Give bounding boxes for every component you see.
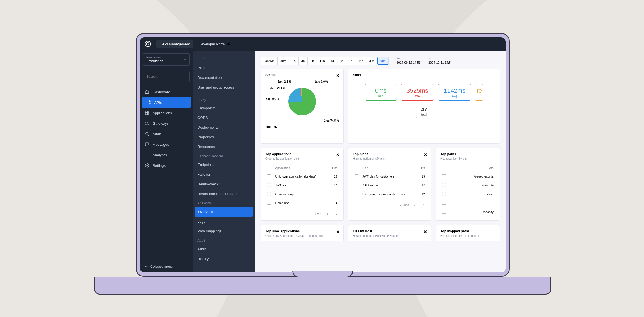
search-box[interactable] [143,71,190,82]
cell: Plan using external auth provider [361,190,417,198]
search-input[interactable] [146,75,179,79]
time-range-3d[interactable]: 3d [337,57,346,65]
checkbox[interactable] [267,183,271,187]
sidebar-item-applications[interactable]: Applications [140,108,193,118]
collapse-menu-button[interactable]: ⇤ Collapse menu [140,261,193,272]
top-plans-card: Top plans Hits repartition by API plan ✕… [348,148,431,221]
close-icon[interactable]: ✕ [424,229,427,235]
nav2-path-mappings[interactable]: Path mappings [193,226,255,236]
checkbox[interactable] [355,174,358,178]
time-range-30d[interactable]: 30d [366,57,377,65]
stat-avg: 1142msavg [438,84,471,101]
sidebar-item-dashboard[interactable]: Dashboard [140,87,193,97]
nav2-documentation[interactable]: Documentation [193,73,255,82]
nav2-cors[interactable]: CORS [193,113,255,123]
checkbox[interactable] [442,183,446,187]
nav2-resources[interactable]: Resources [193,142,255,152]
stat-total-label: total [420,113,428,116]
close-icon[interactable]: ✕ [336,152,340,157]
table-row[interactable]: /pagedrecords [441,172,495,181]
topbar: API Management Developer Portal [140,37,506,51]
nav2-audit[interactable]: Audit [193,244,255,254]
checkbox[interactable] [355,192,358,196]
table-row[interactable]: JWT plan for customers13 [353,172,426,181]
table-row[interactable]: Demo app4 [266,199,338,207]
time-range-Last 5m[interactable]: Last 5m [261,57,278,65]
pager-prev-icon[interactable]: ‹ [325,211,330,217]
card-title: Top plans [353,152,427,156]
date-to[interactable]: to 2024-12-11 14:5 [428,57,451,64]
time-range-1h[interactable]: 1h [289,57,299,65]
table-row[interactable]: /time [441,190,495,198]
table-row[interactable]: Unknown application (keyless)22 [266,172,338,181]
cell: /pagedrecords [453,172,495,181]
checkbox[interactable] [442,174,446,178]
checkbox[interactable] [267,174,271,178]
cell: 8 [329,190,338,198]
nav2-failover[interactable]: Failover [193,170,255,179]
environment-selector[interactable]: Environment Production [143,53,190,66]
sidebar-item-gateways[interactable]: Gateways [140,118,193,129]
close-icon[interactable]: ✕ [336,73,340,78]
card-subtitle: Hits repartition by Host HTTP Header [353,234,427,237]
checkbox[interactable] [442,210,446,214]
nav2-plans[interactable]: Plans [193,63,255,73]
table-row[interactable]: Plan using external auth provider12 [353,190,426,198]
card-title: Top slow applications [265,229,339,233]
card-subtitle: Ordered by Application's average respons… [265,234,339,237]
sidebar-item-audit[interactable]: Audit [140,129,193,139]
nav-label: APIs [154,100,162,105]
table-row[interactable] [441,199,495,207]
top-slow-card: Top slow applications Ordered by Applica… [261,225,344,241]
sidebar-item-analytics[interactable]: Analytics [140,150,193,160]
collapse-icon: ⇤ [145,265,148,269]
checkbox[interactable] [267,192,271,196]
nav2-endpoints[interactable]: Endpoints [193,160,255,170]
card-subtitle: Hits repartition by API plan [353,157,427,160]
sidebar-item-settings[interactable]: Settings [140,160,193,171]
nav2-overview[interactable]: Overview [195,207,253,217]
card-title: Hits by Host [353,229,427,233]
checkbox[interactable] [442,192,446,196]
nav2-health-dash[interactable]: Health-check dashboard [193,189,255,199]
nav2-entrypoints[interactable]: Entrypoints [193,103,255,113]
sidebar-item-messages[interactable]: Messages [140,139,193,150]
pager-next-icon[interactable]: › [333,211,339,217]
pager-next-icon[interactable]: › [421,202,427,208]
time-range-12h[interactable]: 12h [317,57,328,65]
sidebar-item-apis[interactable]: APIs [142,97,191,108]
table-row[interactable]: JWT app13 [266,181,338,189]
nav2-health-check[interactable]: Health-check [193,179,255,189]
time-range-6h[interactable]: 6h [308,57,317,65]
nav2-info[interactable]: Info [193,53,255,63]
checkbox[interactable] [355,183,358,187]
close-icon[interactable]: ✕ [424,152,427,157]
table-row[interactable]: Consumer app8 [266,190,338,198]
nav2-properties[interactable]: Properties [193,132,255,142]
table-row[interactable]: /netsuite [441,181,495,189]
table-row[interactable]: API key plan12 [353,181,426,189]
nav2-history[interactable]: History [193,254,255,264]
app-label[interactable]: API Management [156,40,193,48]
time-range-7d[interactable]: 7d [346,57,355,65]
svg-rect-6 [147,111,149,113]
nav2-logs[interactable]: Logs [193,217,255,226]
nav2-header-analytics: Analytics [193,199,255,207]
time-range-90d[interactable]: 90d [377,57,388,65]
date-from[interactable]: from 2024-09-12 14:56 [396,57,420,64]
pager-prev-icon[interactable]: ‹ [412,202,418,208]
cell: /time [453,190,495,198]
nav2-user-access[interactable]: User and group access [193,82,255,92]
checkbox[interactable] [267,201,271,205]
table-row[interactable]: /shopify [441,208,495,216]
time-range-3h[interactable]: 3h [299,57,308,65]
time-range-1d[interactable]: 1d [328,57,337,65]
developer-portal-link[interactable]: Developer Portal [199,42,230,46]
time-range-30m[interactable]: 30m [278,57,289,65]
nav2-deployments[interactable]: Deployments [193,123,255,132]
svg-point-3 [147,102,148,103]
time-range-14d[interactable]: 14d [355,57,366,65]
close-icon[interactable]: ✕ [336,229,340,235]
checkbox[interactable] [442,201,446,205]
app-label-text: API Management [162,42,190,46]
